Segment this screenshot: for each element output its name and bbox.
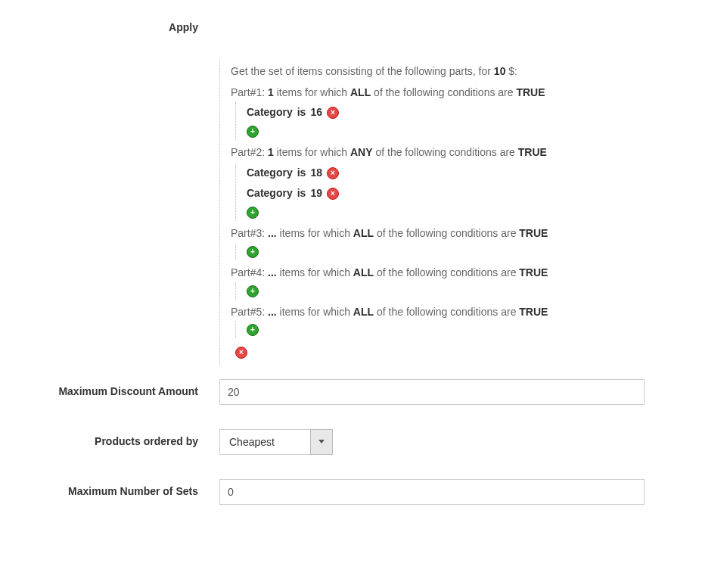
part-text-items: items for which [277,146,350,158]
part-num: 5 [256,306,262,318]
rule-part-5: Part#5: ... items for which ALL of the f… [231,304,645,339]
part-3-conditions: + [235,244,645,260]
rule-part-1: Part#1: 1 items for which ALL of the fol… [231,85,645,140]
part-num: 2 [256,146,262,158]
remove-icon[interactable]: × [235,347,247,359]
part-2-conditions: Category is 18 × Category is 19 × + [235,163,645,221]
part-num: 3 [256,227,262,239]
part-num: 1 [256,86,262,98]
part-aggregator[interactable]: ALL [353,306,374,318]
max-sets-label: Maximum Number of Sets [0,479,219,497]
max-discount-input[interactable] [219,379,645,405]
remove-icon[interactable]: × [327,188,339,200]
apply-actions-form: Apply Get the set of items consisting of… [0,0,702,549]
part-aggregator[interactable]: ALL [353,227,374,239]
max-sets-row: Maximum Number of Sets [0,479,702,505]
ordered-by-value[interactable]: Cheapest [219,429,310,455]
part-prefix: Part# [231,306,256,318]
apply-row: Apply Get the set of items consisting of… [0,21,702,366]
cond-val[interactable]: 18 [310,165,322,182]
add-icon[interactable]: + [247,207,259,219]
add-icon[interactable]: + [247,324,259,336]
max-sets-input[interactable] [219,479,645,505]
ordered-by-toggle[interactable] [310,429,333,455]
cond-attr[interactable]: Category [247,165,293,182]
part-text-cond: of the following conditions are [374,86,516,98]
part-text-cond: of the following conditions are [375,146,517,158]
rule-intro: Get the set of items consisting of the f… [231,64,645,80]
condition-row: Category is 18 × [247,163,645,184]
part-qty[interactable]: ... [268,306,277,318]
condition-row: Category is 19 × [247,183,645,204]
part-text-items: items for which [277,86,350,98]
part-aggregator[interactable]: ANY [350,146,373,158]
add-icon[interactable]: + [247,126,259,138]
remove-icon[interactable]: × [327,107,339,119]
part-prefix: Part# [231,86,256,98]
part-4-conditions: + [235,283,645,300]
part-true[interactable]: TRUE [519,306,548,318]
apply-field: Get the set of items consisting of the f… [219,21,702,366]
intro-price[interactable]: 10 [494,65,506,77]
part-qty[interactable]: ... [268,227,277,239]
part-num: 4 [256,266,262,278]
rule-part-3: Part#3: ... items for which ALL of the f… [231,226,645,260]
add-icon[interactable]: + [247,246,259,258]
cond-op[interactable]: is [297,104,306,121]
cond-op[interactable]: is [297,165,306,182]
part-qty[interactable]: ... [268,266,277,278]
intro-text-1: Get the set of items consisting of the f… [231,65,494,77]
ordered-by-row: Products ordered by Cheapest [0,429,702,455]
remove-icon[interactable]: × [327,167,339,179]
part-true[interactable]: TRUE [519,266,548,278]
max-discount-label: Maximum Discount Amount [0,379,219,397]
part-text-items: items for which [280,227,353,239]
chevron-down-icon [318,440,325,443]
part-true[interactable]: TRUE [516,86,545,98]
part-5-conditions: + [235,322,645,338]
part-true[interactable]: TRUE [518,146,547,158]
apply-label: Apply [0,21,219,33]
part-text-cond: of the following conditions are [377,306,519,318]
rule-tree: Get the set of items consisting of the f… [219,59,645,366]
cond-val[interactable]: 19 [310,185,322,202]
part-text-items: items for which [280,266,353,278]
ordered-by-select[interactable]: Cheapest [219,429,333,455]
cond-attr[interactable]: Category [247,185,293,202]
ordered-by-label: Products ordered by [0,429,219,447]
rule-part-4: Part#4: ... items for which ALL of the f… [231,265,645,300]
part-true[interactable]: TRUE [519,227,548,239]
part-prefix: Part# [231,266,256,278]
part-prefix: Part# [231,227,256,239]
part-1-conditions: Category is 16 × + [235,102,645,140]
part-text-cond: of the following conditions are [377,266,519,278]
part-qty[interactable]: 1 [268,86,274,98]
max-discount-row: Maximum Discount Amount [0,379,702,405]
part-text-cond: of the following conditions are [377,227,519,239]
cond-val[interactable]: 16 [310,104,322,121]
condition-row: Category is 16 × [247,102,645,123]
part-prefix: Part# [231,146,256,158]
part-aggregator[interactable]: ALL [353,266,374,278]
part-text-items: items for which [280,306,353,318]
part-aggregator[interactable]: ALL [350,86,371,98]
intro-text-2: $: [505,65,517,77]
cond-op[interactable]: is [297,185,306,202]
part-qty[interactable]: 1 [268,146,274,158]
cond-attr[interactable]: Category [247,104,293,121]
rule-part-2: Part#2: 1 items for which ANY of the fol… [231,145,645,221]
add-icon[interactable]: + [247,285,259,297]
